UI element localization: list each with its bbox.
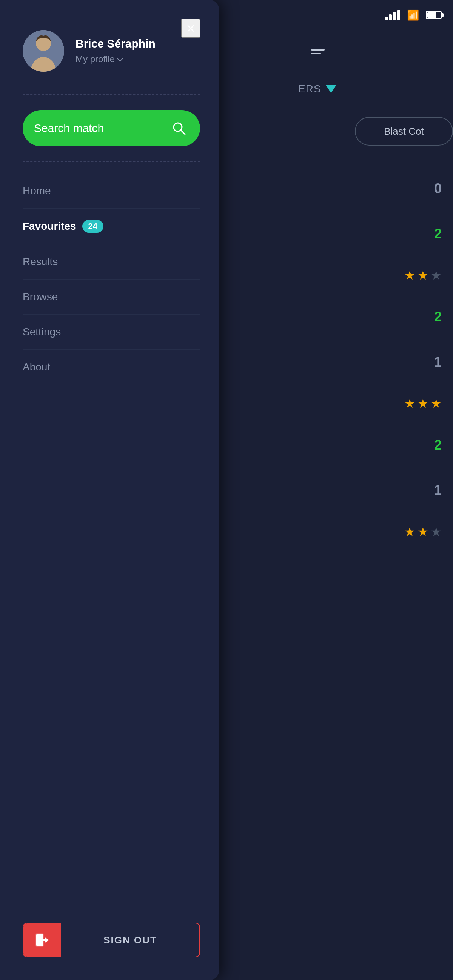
score-value-4: 2: [434, 437, 442, 453]
profile-section: Brice Séraphin My profile: [23, 30, 200, 72]
nav-item-browse-label: Browse: [23, 291, 58, 303]
nav-item-favourites[interactable]: Favourites 24: [23, 208, 200, 245]
chevron-down-icon: [117, 56, 123, 62]
filter-icon[interactable]: [326, 85, 337, 93]
signout-icon-box: [23, 923, 61, 957]
nav-list: Home Favourites 24 Results Browse Settin…: [23, 173, 200, 908]
star-2: ★: [418, 268, 429, 283]
signal-icon: [385, 10, 400, 21]
star-8: ★: [418, 525, 429, 539]
avatar: [23, 30, 64, 72]
score-row-3: 1: [404, 339, 445, 385]
signout-button[interactable]: SIGN OUT: [23, 923, 200, 958]
nav-item-home-label: Home: [23, 185, 51, 197]
blast-cot-label: Blast Cot: [384, 126, 424, 137]
search-icon: [169, 118, 189, 138]
nav-item-results-label: Results: [23, 256, 58, 268]
drawer-menu: × Brice Séraphin My profile Search match: [0, 0, 219, 980]
menu-line-1: [311, 49, 325, 51]
menu-icon[interactable]: [311, 49, 325, 54]
score-row-1: 2: [404, 211, 445, 256]
nav-item-favourites-label: Favourites: [23, 220, 76, 232]
nav-item-about[interactable]: About: [23, 350, 200, 384]
filter-row: ERS: [287, 83, 453, 95]
star-1: ★: [404, 268, 415, 283]
score-value-2: 2: [434, 309, 442, 325]
score-value-0: 0: [434, 181, 442, 197]
profile-link[interactable]: My profile: [75, 54, 156, 65]
background-panel: 📶 ERS Blast Cot 0 2 ★ ★ ★ 2 1: [287, 0, 453, 980]
score-value-5: 1: [434, 482, 442, 498]
score-value-1: 2: [434, 226, 442, 242]
score-row-2: 2: [404, 294, 445, 339]
favourites-badge: 24: [82, 220, 104, 233]
status-bar: 📶: [287, 0, 453, 30]
search-match-button[interactable]: Search match: [23, 110, 200, 146]
signout-label: SIGN OUT: [61, 934, 199, 946]
profile-info: Brice Séraphin My profile: [75, 37, 156, 65]
nav-item-browse[interactable]: Browse: [23, 280, 200, 315]
star-7: ★: [404, 525, 415, 539]
star-6: ★: [431, 396, 442, 411]
score-row-0: 0: [404, 166, 445, 211]
star-9: ★: [431, 525, 442, 539]
search-match-label: Search match: [34, 122, 104, 135]
divider-top: [23, 94, 200, 95]
signout-section: SIGN OUT: [23, 908, 200, 958]
stars-row-1: ★ ★ ★: [404, 385, 445, 423]
score-value-3: 1: [434, 354, 442, 370]
menu-line-2: [311, 53, 321, 54]
nav-item-results[interactable]: Results: [23, 245, 200, 280]
blast-cot-button[interactable]: Blast Cot: [355, 117, 453, 146]
profile-name: Brice Séraphin: [75, 37, 156, 50]
nav-item-settings-label: Settings: [23, 326, 61, 338]
star-4: ★: [404, 396, 415, 411]
wifi-icon: 📶: [407, 10, 419, 21]
close-button[interactable]: ×: [181, 19, 200, 38]
svg-line-3: [181, 130, 185, 134]
stars-row-0: ★ ★ ★: [404, 256, 445, 294]
nav-item-about-label: About: [23, 361, 50, 373]
stars-row-2: ★ ★ ★: [404, 513, 445, 551]
star-3: ★: [431, 268, 442, 283]
filter-label: ERS: [298, 83, 321, 95]
battery-icon: [426, 11, 442, 19]
score-row-5: 1: [404, 468, 445, 513]
signout-icon: [34, 932, 51, 948]
scores-panel: 0 2 ★ ★ ★ 2 1 ★ ★ ★ 2 1 ★ ★ ★: [404, 166, 445, 551]
star-5: ★: [418, 396, 429, 411]
nav-item-home[interactable]: Home: [23, 173, 200, 208]
divider-middle: [23, 161, 200, 162]
nav-item-settings[interactable]: Settings: [23, 315, 200, 350]
score-row-4: 2: [404, 423, 445, 468]
